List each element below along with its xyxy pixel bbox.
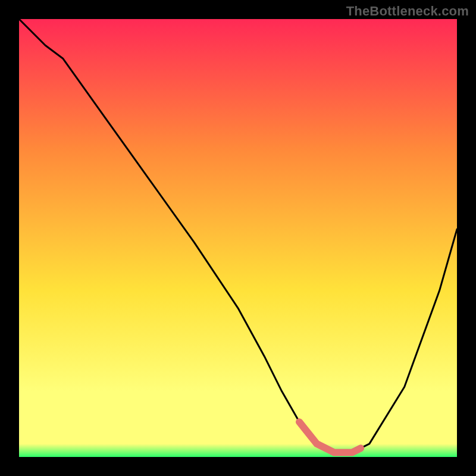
bottleneck-chart <box>0 0 476 476</box>
plot-background <box>19 19 457 457</box>
watermark-text: TheBottleneck.com <box>346 4 469 19</box>
chart-container: TheBottleneck.com <box>0 0 476 476</box>
